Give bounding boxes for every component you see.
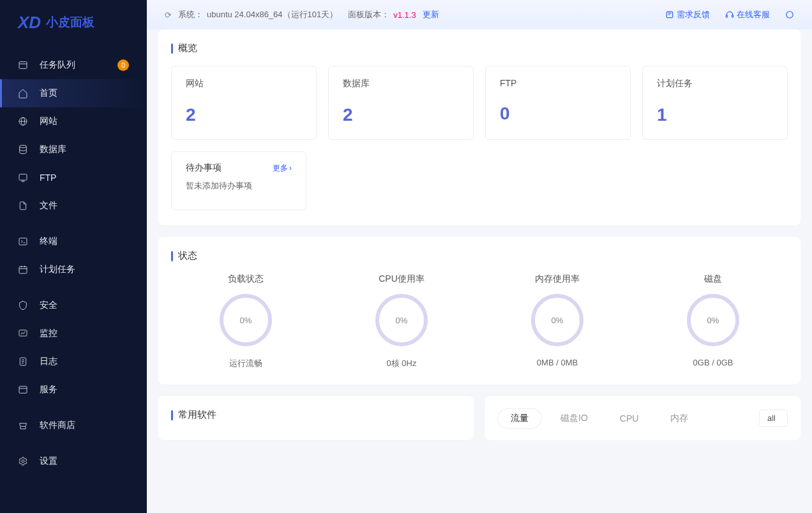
status-title: 状态 (171, 250, 788, 262)
panel-version: v1.1.3 (393, 10, 416, 20)
card-value: 2 (186, 105, 302, 125)
traffic-panel: 流量 磁盘IO CPU 内存 all (485, 396, 801, 440)
overview-title: 概览 (171, 42, 788, 54)
sidebar: XD 小皮面板 任务队列 0 首页 网站 数据库 FTP (0, 0, 147, 513)
refresh-icon[interactable]: ⟳ (165, 10, 172, 20)
software-title: 常用软件 (171, 409, 461, 421)
gauge-circle: 0% (375, 294, 428, 346)
gauge-label: 负载状态 (171, 273, 320, 285)
interface-select[interactable]: all (759, 410, 788, 427)
sidebar-item-files[interactable]: 文件 (0, 192, 147, 220)
support-link[interactable]: 在线客服 (725, 9, 770, 20)
gauge-circle: 0% (220, 294, 272, 346)
sidebar-item-database[interactable]: 数据库 (0, 135, 147, 164)
sidebar-item-cron[interactable]: 计划任务 (0, 256, 147, 284)
sidebar-item-label: 终端 (40, 236, 57, 247)
software-panel: 常用软件 (158, 396, 474, 440)
gauge-circle: 0% (531, 294, 583, 346)
svg-rect-4 (19, 174, 27, 180)
tab-cpu[interactable]: CPU (607, 410, 652, 427)
sidebar-item-label: 网站 (40, 116, 57, 127)
gauge-label: CPU使用率 (327, 273, 476, 285)
panel-version-prefix: 面板版本： (348, 9, 389, 20)
gear-icon (18, 456, 28, 466)
overview-panel: 概览 网站 2 数据库 2 FTP 0 计划任务 (158, 29, 801, 226)
card-value: 2 (343, 105, 459, 125)
log-icon (18, 356, 28, 367)
system-prefix: 系统： (178, 9, 203, 20)
task-icon (18, 60, 28, 70)
home-icon (18, 88, 28, 98)
tab-diskio[interactable]: 磁盘IO (548, 409, 601, 428)
svg-point-3 (20, 145, 27, 148)
gauge-label: 内存使用率 (483, 273, 632, 285)
system-value: ubuntu 24.04x86_64（运行101天） (207, 9, 338, 20)
gauge-disk: 磁盘 0% 0GB / 0GB (638, 273, 788, 369)
tab-traffic[interactable]: 流量 (498, 409, 541, 428)
overview-card-ftp[interactable]: FTP 0 (485, 66, 631, 140)
svg-rect-9 (19, 387, 27, 394)
overview-card-database[interactable]: 数据库 2 (328, 66, 474, 140)
sidebar-item-label: 计划任务 (40, 264, 75, 275)
task-queue-badge: 0 (117, 59, 129, 71)
sidebar-item-label: FTP (40, 172, 56, 183)
svg-rect-0 (19, 62, 27, 69)
tab-memory[interactable]: 内存 (658, 409, 701, 428)
gauge-sub: 运行流畅 (171, 358, 320, 369)
gauge-circle: 0% (687, 294, 739, 346)
feedback-link[interactable]: 需求反馈 (665, 9, 710, 20)
main: ⟳ 系统： ubuntu 24.04x86_64（运行101天） 面板版本： v… (147, 0, 812, 513)
chevron-right-icon: › (289, 164, 292, 172)
sidebar-item-label: 文件 (40, 200, 57, 211)
sidebar-item-ftp[interactable]: FTP (0, 164, 147, 192)
sidebar-item-label: 软件商店 (40, 420, 75, 431)
sidebar-item-terminal[interactable]: 终端 (0, 227, 147, 256)
sidebar-item-label: 设置 (40, 456, 57, 467)
gauge-sub: 0核 0Hz (327, 358, 476, 369)
sidebar-item-label: 首页 (40, 88, 57, 99)
overview-card-website[interactable]: 网站 2 (171, 66, 317, 140)
sidebar-item-home[interactable]: 首页 (0, 79, 147, 107)
logo-mark-icon: XD (18, 13, 41, 33)
sidebar-nav: 任务队列 0 首页 网站 数据库 FTP 文件 (0, 45, 147, 513)
card-label: FTP (500, 78, 616, 88)
store-icon (18, 420, 28, 431)
globe-icon (18, 116, 28, 126)
todo-more-link[interactable]: 更多 › (273, 163, 292, 174)
sidebar-item-label: 安全 (40, 300, 57, 311)
sidebar-item-settings[interactable]: 设置 (0, 447, 147, 475)
sidebar-item-logs[interactable]: 日志 (0, 348, 147, 376)
card-value: 0 (500, 103, 616, 124)
card-label: 数据库 (343, 78, 459, 89)
svg-rect-13 (732, 15, 733, 17)
sidebar-item-services[interactable]: 服务 (0, 376, 147, 404)
svg-rect-6 (19, 266, 27, 273)
shield-icon (18, 300, 28, 310)
services-icon (18, 385, 28, 395)
terminal-icon (18, 236, 28, 247)
sidebar-item-label: 日志 (40, 356, 57, 367)
sidebar-item-task-queue[interactable]: 任务队列 0 (0, 51, 147, 79)
svg-point-14 (786, 11, 793, 19)
status-panel: 状态 负载状态 0% 运行流畅 CPU使用率 0% 0核 0Hz 内存使用率 0 (158, 237, 801, 385)
sidebar-item-label: 数据库 (40, 144, 66, 155)
sidebar-item-security[interactable]: 安全 (0, 291, 147, 319)
todo-empty-text: 暂未添加待办事项 (186, 180, 292, 192)
svg-point-10 (22, 460, 24, 463)
database-icon (18, 144, 28, 155)
gauge-label: 磁盘 (638, 273, 788, 285)
extra-link[interactable] (785, 10, 794, 19)
file-icon (18, 201, 28, 211)
sidebar-item-website[interactable]: 网站 (0, 107, 147, 135)
logo: XD 小皮面板 (0, 0, 147, 45)
sidebar-item-store[interactable]: 软件商店 (0, 411, 147, 440)
gauge-memory: 内存使用率 0% 0MB / 0MB (483, 273, 632, 369)
update-link[interactable]: 更新 (423, 9, 439, 20)
overview-card-cron[interactable]: 计划任务 1 (642, 66, 788, 140)
card-value: 1 (657, 105, 773, 125)
gauge-sub: 0MB / 0MB (483, 358, 632, 367)
todo-title: 待办事项 (186, 162, 222, 174)
card-label: 网站 (186, 78, 302, 89)
sidebar-item-label: 服务 (40, 384, 57, 395)
sidebar-item-monitor[interactable]: 监控 (0, 319, 147, 348)
